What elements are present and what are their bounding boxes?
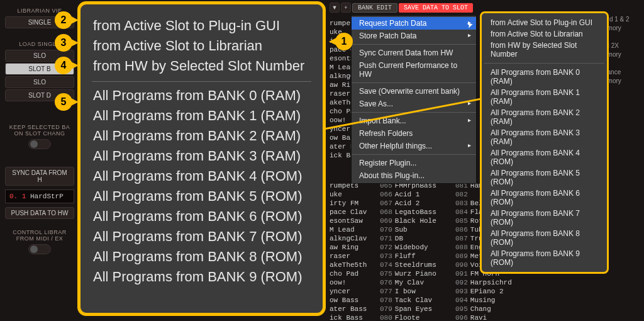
add-icon[interactable]: + — [341, 3, 351, 13]
big-bank-4[interactable]: All Programs from BANK 4 (ROM) — [92, 166, 311, 186]
patch-entry[interactable]: esontSaw — [330, 217, 386, 225]
request-patch-submenu: from Active Slot to Plug-in GUI from Act… — [480, 11, 609, 274]
patch-entry[interactable]: 068LegatoBass — [380, 208, 455, 217]
patch-entry[interactable]: irty FM — [330, 199, 386, 208]
patch-entry[interactable]: 071DB — [380, 234, 455, 243]
menu-save[interactable]: Save (Overwrite current bank) — [352, 85, 476, 98]
big-bank-3[interactable]: All Programs from BANK 3 (RAM) — [92, 146, 311, 166]
sub-bank-9[interactable]: All Programs from BANK 9 (ROM) — [484, 248, 604, 268]
patch-entry[interactable]: pace Clav — [330, 208, 386, 217]
patch-entry[interactable]: 066Acid 1 — [380, 190, 455, 199]
slot-c-button[interactable]: SLO — [5, 76, 74, 88]
sub-bank-0[interactable]: All Programs from BANK 0 (RAM) — [484, 67, 604, 87]
patch-entry[interactable]: 076My Clav — [380, 278, 455, 287]
patch-entry[interactable]: 093EPiano 2 — [455, 287, 531, 296]
patch-entry[interactable]: 069Black Hole — [380, 217, 455, 225]
badge-5: 5 — [55, 93, 72, 111]
control-lib-label: CONTROL LIBRAR FROM MIDI / EX — [5, 229, 74, 242]
current-patch-display: 0. 1 HardStrP — [5, 189, 74, 203]
patch-entry[interactable]: 073Fluff — [380, 252, 455, 261]
patch-entry[interactable]: 067Acid 2 — [380, 199, 455, 208]
badge-2: 2 — [55, 11, 72, 29]
menu-other-helpful[interactable]: Other Helpful things... — [352, 140, 476, 152]
patch-entry[interactable]: uke — [330, 190, 386, 199]
menu-save-as[interactable]: Save As... — [352, 98, 476, 110]
patch-entry[interactable]: 075Wurz Piano — [380, 269, 455, 278]
patch-entry[interactable]: 080Floote — [380, 313, 455, 321]
menu-about[interactable]: About this Plug-in... — [352, 169, 476, 182]
dropdown-icon[interactable]: ▼ — [330, 3, 340, 13]
sub-bank-8[interactable]: All Programs from BANK 8 (ROM) — [484, 228, 604, 248]
menu-store-patch-data[interactable]: Store Patch Data — [352, 30, 476, 42]
badge-3: 3 — [55, 34, 72, 52]
sub-bank-3[interactable]: All Programs from BANK 3 (RAM) — [484, 127, 604, 147]
big-bank-9[interactable]: All Programs from BANK 9 (ROM) — [92, 267, 311, 287]
enlarged-submenu-callout: from Active Slot to Plug-in GUI from Act… — [77, 1, 326, 316]
sub-bank-7[interactable]: All Programs from BANK 7 (ROM) — [484, 208, 604, 228]
patch-entry[interactable]: 070Sub — [380, 225, 455, 234]
sub-bank-4[interactable]: All Programs from BANK 4 (ROM) — [484, 147, 604, 167]
patch-entry[interactable]: yncer — [330, 287, 386, 296]
sub-bank-2[interactable]: All Programs from BANK 2 (RAM) — [484, 107, 604, 127]
big-separator — [92, 81, 311, 82]
big-bank-7[interactable]: All Programs from BANK 7 (ROM) — [92, 227, 311, 247]
big-bank-5[interactable]: All Programs from BANK 5 (ROM) — [92, 186, 311, 206]
bank-edit-button[interactable]: BANK EDIT — [352, 3, 397, 13]
keep-selected-toggle[interactable] — [28, 139, 51, 149]
patch-entry[interactable]: 095Chang — [455, 305, 531, 313]
patch-entry[interactable]: 072Widebody — [380, 243, 455, 252]
sub-item-0[interactable]: from Active Slot to Plug-in GUI — [484, 17, 604, 28]
patch-entry[interactable]: raser — [330, 252, 386, 261]
badge-1: 1 — [335, 33, 353, 50]
patch-name: HardStrP — [30, 193, 64, 200]
menu-push-current[interactable]: Push Current Performance to HW — [352, 59, 476, 81]
menu-refresh-folders[interactable]: Refresh Folders — [352, 127, 476, 140]
patch-entry[interactable]: 077I bow — [380, 287, 455, 296]
big-item-0[interactable]: from Active Slot to Plug-in GUI — [92, 16, 311, 36]
sub-bank-1[interactable]: All Programs from BANK 1 (RAM) — [484, 87, 604, 107]
patch-entry[interactable]: ater Bass — [330, 305, 386, 313]
patch-entry[interactable]: cho Pad — [330, 269, 386, 278]
big-bank-0[interactable]: All Programs from BANK 0 (RAM) — [92, 86, 311, 106]
big-item-1[interactable]: from Active Slot to Librarian — [92, 36, 311, 56]
menu-request-patch-data[interactable]: Request Patch Data — [352, 17, 476, 30]
patch-entry[interactable]: akeThe5th — [330, 261, 386, 269]
patch-entry[interactable]: oow! — [330, 278, 386, 287]
control-lib-toggle[interactable] — [28, 244, 51, 254]
big-bank-8[interactable]: All Programs from BANK 8 (ROM) — [92, 247, 311, 267]
patch-entry[interactable]: 079Span Eyes — [380, 305, 455, 313]
sync-data-button[interactable]: SYNC DATA FROM H — [5, 167, 74, 186]
topbar: ▼ + BANK EDIT SAVE DATA TO SLOT — [330, 3, 473, 13]
menu-register-plugin[interactable]: Register Plugin... — [352, 157, 476, 169]
push-data-button[interactable]: PUSH DATA TO HW — [5, 207, 74, 219]
save-data-to-slot-button[interactable]: SAVE DATA TO SLOT — [399, 3, 473, 13]
patch-entry[interactable]: 096Ravi — [455, 313, 531, 321]
patch-entry[interactable]: 078Tack Clav — [380, 296, 455, 305]
big-bank-2[interactable]: All Programs from BANK 2 (RAM) — [92, 126, 311, 146]
sub-bank-5[interactable]: All Programs from BANK 5 (ROM) — [484, 167, 604, 188]
patch-entry[interactable]: 092Harpsichrd — [455, 278, 531, 287]
big-bank-1[interactable]: All Programs from BANK 1 (RAM) — [92, 106, 311, 126]
context-menu: Request Patch Data Store Patch Data Sync… — [351, 15, 477, 184]
keep-selected-label: KEEP SELECTED BA ON SLOT CHANG — [5, 124, 74, 137]
patch-number: 0. 1 — [9, 193, 26, 200]
patch-entry[interactable]: aw Ring — [330, 243, 386, 252]
patch-entry[interactable]: ow Bass — [330, 296, 386, 305]
sub-item-2[interactable]: from HW by Selected Slot Number — [484, 40, 604, 60]
patch-entry[interactable]: ick Bass — [330, 313, 386, 321]
sub-bank-6[interactable]: All Programs from BANK 6 (ROM) — [484, 188, 604, 208]
badge-4: 4 — [55, 57, 72, 74]
sub-item-1[interactable]: from Active Slot to Librarian — [484, 28, 604, 40]
menu-import-bank[interactable]: Import Bank... — [352, 115, 476, 127]
patch-entry[interactable]: alkngClav — [330, 234, 386, 243]
patch-entry[interactable]: M Lead — [330, 225, 386, 234]
menu-sync-current[interactable]: Sync Current Data from HW — [352, 47, 476, 59]
patch-entry[interactable]: 094Musing — [455, 296, 531, 305]
big-item-2[interactable]: from HW by Selected Slot Number — [92, 56, 311, 76]
big-bank-6[interactable]: All Programs from BANK 6 (ROM) — [92, 206, 311, 227]
patch-entry[interactable]: 074Steeldrums — [380, 261, 455, 269]
